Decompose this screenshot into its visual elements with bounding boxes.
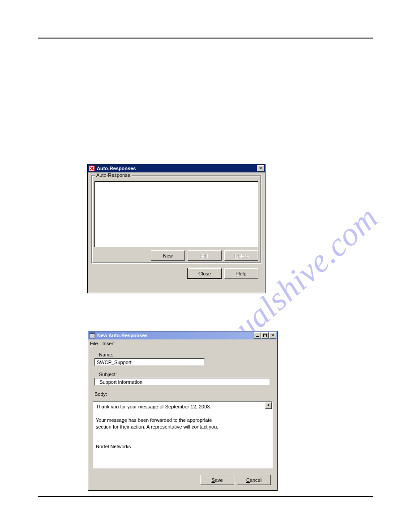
minimize-icon[interactable] [254,332,261,339]
dialog-title: Auto-Responses [97,166,257,171]
cancel-button[interactable]: Cancel [237,475,271,485]
subject-label: Subject: [99,372,117,377]
new-auto-responses-dialog: New Auto-Responses ✕ File Insert Name: S… [88,331,278,491]
delete-button: Delete [224,250,258,261]
new-button[interactable]: New [151,250,185,261]
scroll-up-icon[interactable]: ▲ [265,402,272,409]
help-button[interactable]: Help [224,268,258,279]
dialog-title: New Auto-Responses [97,333,254,338]
menu-file[interactable]: File [90,341,98,346]
horizontal-rule-top [38,38,373,39]
app-icon [89,165,95,172]
titlebar[interactable]: New Auto-Responses ✕ [88,331,277,339]
menu-bar: File Insert [88,339,277,348]
auto-responses-dialog: Auto-Responses ✕ Auto-Response New Edit … [87,164,265,293]
body-label: Body: [94,391,107,397]
body-field[interactable]: ▲ Thank you for your message of Septembe… [93,401,273,468]
app-icon [89,332,95,339]
name-field[interactable]: SWCP_Support [94,358,205,366]
edit-button: Edit [188,250,222,261]
auto-response-list[interactable] [94,181,258,247]
svg-rect-2 [90,333,95,334]
close-button[interactable]: Close [188,268,222,279]
titlebar[interactable]: Auto-Responses ✕ [88,164,265,172]
menu-insert[interactable]: Insert [103,341,115,346]
body-text: Thank you for your message of September … [96,403,270,450]
horizontal-rule-bottom [38,496,373,497]
maximize-icon[interactable] [261,332,269,339]
close-icon[interactable]: ✕ [257,165,264,172]
save-button[interactable]: Save [200,475,234,485]
group-legend: Auto-Response [95,172,132,178]
svg-rect-3 [256,336,259,337]
close-icon[interactable]: ✕ [269,332,276,339]
name-label: Name: [99,352,113,357]
svg-rect-5 [263,334,267,335]
subject-field[interactable]: Support information [94,378,270,386]
